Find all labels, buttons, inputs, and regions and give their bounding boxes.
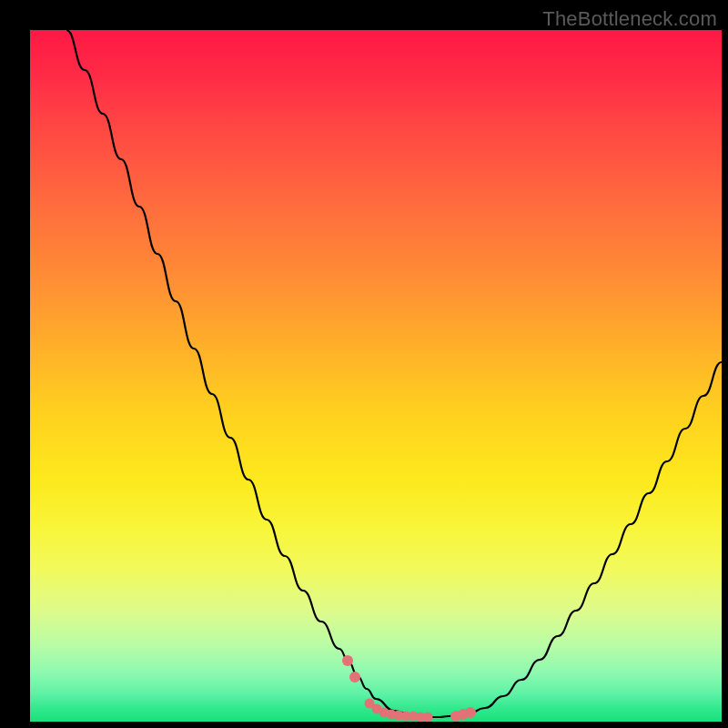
- marker-cluster-left: [342, 655, 360, 682]
- marker-dot: [342, 655, 353, 666]
- marker-cluster-right: [450, 707, 476, 722]
- marker-dot: [423, 713, 433, 723]
- marker-dot: [465, 707, 476, 718]
- plot-area: [30, 30, 722, 722]
- bottleneck-curve: [30, 30, 722, 722]
- curve-line: [66, 30, 722, 717]
- watermark-text: TheBottleneck.com: [542, 7, 717, 31]
- chart-frame: TheBottleneck.com: [0, 0, 728, 728]
- marker-dot: [349, 672, 360, 682]
- marker-cluster-bottom: [365, 699, 433, 723]
